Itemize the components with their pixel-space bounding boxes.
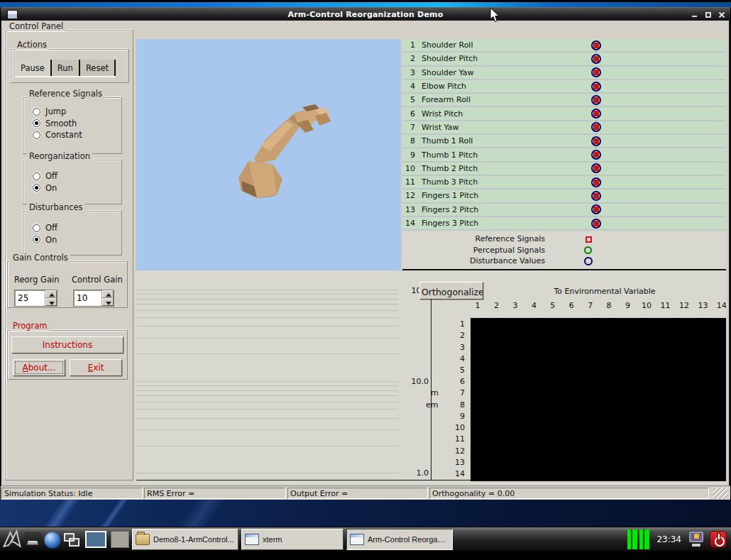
about-button[interactable]: About... [13,359,65,376]
joint-number: 4 [402,82,415,91]
reference_signals-option-constant[interactable]: Constant [33,129,132,141]
joint-name: Fingers 3 Pitch [422,219,478,228]
reorg-gain-up-arrow-icon[interactable] [45,290,57,298]
disturbances-title: Disturbances [27,202,85,212]
matrix-column-label: 8 [600,301,618,310]
signal-legend: Reference SignalsPerceptual SignalsDistu… [402,231,726,270]
legend-row: Perceptual Signals [402,245,726,256]
radio-button-icon[interactable] [33,184,40,192]
radio-button-icon[interactable] [33,119,40,127]
chart-gridline [136,381,398,382]
chart-gridline [136,326,398,326]
joint-number: 13 [402,205,415,214]
close-button[interactable] [718,11,726,19]
joint-name: Shoulder Pitch [422,54,478,63]
show-desktop-icon[interactable] [24,532,41,549]
joint-row: 8Thumb 1 Roll [402,135,726,147]
reference_signals-title: Reference Signals [27,89,104,99]
matrix-row-label: 1 [436,319,465,329]
chart-gridline [136,395,398,396]
chart-gridline [136,294,398,295]
signal-marker-icon [591,95,601,105]
signal-marker-icon [591,150,601,160]
screen-bottom-edge [0,551,731,560]
screen-lock-icon[interactable] [688,531,704,548]
matrix-row-label: 12 [436,446,465,455]
matrix-column-label: 13 [693,301,712,310]
taskbar-item-arm-control[interactable]: Arm-Control Reorgani... [346,529,453,550]
joint-row: 9Thumb 1 Pitch [402,148,726,160]
chart-gridline [136,290,398,290]
power-button-icon[interactable] [710,531,727,548]
window-titlebar[interactable]: Arm-Control Reorganization Demo [1,7,730,21]
reorganization-option-on[interactable]: On [33,182,132,194]
resize-grip[interactable] [713,488,728,499]
window-list-icon[interactable] [64,533,81,549]
taskbar: Demo8-1-ArmControl... xterm Arm-Control … [0,527,731,551]
control-panel-title: Control Panel [7,21,65,31]
orthogonalize-button[interactable]: Orthogonalize [419,282,483,300]
joint-row: 12Fingers 1 Pitch [402,190,726,202]
disturbances-option-on[interactable]: On [33,234,132,246]
program-title: Program [11,321,50,331]
reorganization-option-off[interactable]: Off [33,170,132,182]
matrix-column-label: 3 [506,301,524,310]
signal-marker-icon [591,191,601,201]
pause-button[interactable]: Pause [15,60,52,76]
exit-button[interactable]: Exit [70,359,122,376]
minimize-button[interactable] [691,11,699,19]
reorganization-title: Reorganization [27,151,92,161]
disturbances-option-off[interactable]: Off [33,222,132,234]
matrix-column-label: 5 [544,301,562,310]
radio-label: Smooth [45,119,77,128]
radio-button-icon[interactable] [33,236,40,243]
arm-model-image [136,39,401,270]
reset-button[interactable]: Reset [80,60,116,76]
matrix-row-label: 3 [436,342,465,351]
folder-icon [136,534,150,545]
output-error-status: Output Error = [287,488,428,499]
control-gain-down-arrow-icon[interactable] [102,298,114,306]
matrix-row-axis-label-fragment: em [426,400,438,410]
menu-launcher-icon[interactable] [3,529,21,549]
run-button[interactable]: Run [52,60,80,76]
joint-list: 1Shoulder Roll2Shoulder Pitch3Shoulder Y… [402,39,726,231]
joint-number: 11 [402,177,415,187]
chart-gridline [136,402,398,402]
chart-gridline [136,409,398,410]
joint-name: Thumb 3 Pitch [422,177,478,187]
arm-3d-viewport[interactable] [136,39,401,270]
joint-row: 3Shoulder Yaw [402,67,726,79]
joint-number: 3 [402,68,415,77]
joint-number: 7 [402,123,415,132]
matrix-row-label: 9 [436,411,465,420]
taskbar-item-xterm[interactable]: xterm [241,529,343,550]
simulation-status: Simulation Status: Idle [1,488,143,499]
radio-button-icon[interactable] [33,172,40,180]
joint-name: Wrist Yaw [422,123,458,132]
joint-row: 5Forearm Roll [402,94,726,106]
radio-button-icon[interactable] [33,108,40,116]
radio-button-icon[interactable] [33,224,40,232]
chart-gridline [136,473,398,473]
reorg-gain-spinner[interactable]: 25 [14,290,57,307]
actions-button-row: Pause Run Reset [15,60,116,77]
connection-matrix [471,318,726,481]
reorg-gain-value[interactable]: 25 [15,290,45,306]
signal-marker-icon [591,82,601,92]
workspace-2[interactable] [111,531,129,548]
maximize-button[interactable] [704,11,713,19]
workspace-1[interactable] [85,531,106,548]
reference_signals-option-smooth[interactable]: Smooth [33,118,132,130]
instructions-button[interactable]: Instructions [11,336,123,353]
web-browser-icon[interactable] [44,532,61,549]
control-gain-up-arrow-icon[interactable] [102,290,114,298]
radio-button-icon[interactable] [33,131,40,139]
taskbar-item-demo-folder[interactable]: Demo8-1-ArmControl... [132,529,238,550]
control-gain-spinner[interactable]: 10 [73,290,114,307]
control-gain-value[interactable]: 10 [74,290,101,306]
reorg-gain-down-arrow-icon[interactable] [45,298,57,306]
legend-label: Disturbance Values [402,256,545,265]
lower-panel: 100.10.01.0 Orthogonalize To Environment… [135,270,726,485]
reference_signals-option-jump[interactable]: Jump [33,106,132,118]
